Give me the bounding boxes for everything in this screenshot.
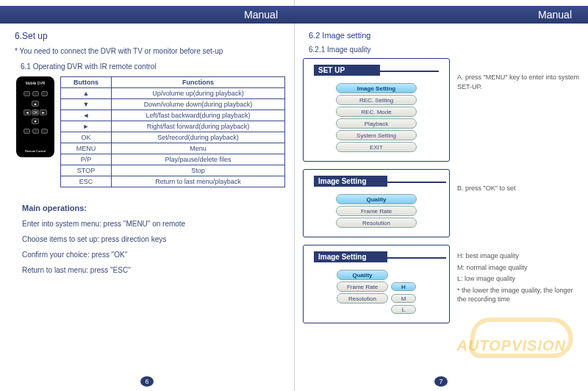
screen-image-setting-2: Image Setting QualityFrame RateHResoluti… [303, 245, 450, 323]
section-6-title: 6.Set up [15, 31, 285, 41]
header-bar: Manual [294, 6, 588, 24]
remote-btn [41, 129, 48, 134]
remote-btn [32, 129, 39, 134]
screen-setup: SET UP Image SettingREC. SettingREC. Mod… [303, 58, 450, 162]
remote-btn [41, 91, 48, 96]
ops-line: Enter into system menu: press "MENU" on … [22, 220, 285, 228]
option-value: L [391, 305, 416, 314]
screen-title: Image Setting [314, 251, 387, 262]
page-number: 7 [434, 376, 448, 387]
remote-brand: Mobile DVR [26, 81, 46, 85]
setup-note: * You need to connect the DVR with TV or… [15, 47, 285, 55]
header-bar: Manual [0, 6, 294, 24]
screen-title: SET UP [314, 65, 380, 76]
option-row: ResolutionM [337, 293, 416, 304]
table-cell: ▲ [61, 88, 112, 99]
menu-item: System Setting [336, 130, 417, 140]
option-label: Frame Rate [337, 281, 388, 292]
table-cell: STOP [61, 165, 112, 176]
remote-btn [24, 91, 30, 96]
table-cell: Menu [112, 143, 285, 154]
table-row: P/PPlay/pause/delete files [61, 154, 285, 165]
header-title: Manual [538, 9, 572, 21]
desc-line: L: low image quality [457, 274, 579, 284]
dpad-ok: OK [32, 110, 39, 115]
menu-item: Image Setting [336, 83, 417, 93]
table-cell: ► [61, 121, 112, 132]
desc-line: H: best image quality [457, 251, 579, 261]
menu-item: Playback [336, 118, 417, 129]
desc-line: M: normal image quality [457, 263, 579, 273]
menu-item: Frame Rate [336, 206, 417, 216]
remote-btn [24, 129, 30, 134]
remote-graphic: Mobile DVR ▲ ▼ ◄ ► OK Remote Control [16, 76, 54, 157]
menu-item: Quality [336, 194, 417, 204]
dpad-down-icon: ▼ [32, 118, 39, 124]
dpad-left-icon: ◄ [24, 110, 31, 115]
screen1-desc: A. press "MENU" key to enter into system… [457, 58, 579, 91]
page-right: Manual 6.2 Image setting 6.2.1 Image qua… [294, 0, 588, 391]
remote-footer: Remote Control [25, 149, 46, 153]
menu-item: REC. Setting [336, 95, 417, 105]
section-6-2-title: 6.2 Image setting [309, 31, 579, 40]
table-cell: Stop [112, 165, 285, 176]
main-ops-heading: Main operations: [22, 204, 285, 212]
remote-btn [32, 91, 39, 96]
table-cell: OK [61, 132, 112, 143]
section-6-2-1-title: 6.2.1 Image quality [309, 46, 579, 54]
table-row: STOPStop [61, 165, 285, 176]
watermark-text: AUTOPVISION [457, 337, 566, 354]
section-6-1-title: 6.1 Operating DVR with IR remote control [21, 62, 285, 71]
option-label: Quality [337, 270, 388, 280]
option-value: H [391, 282, 416, 291]
remote-dpad: ▲ ▼ ◄ ► OK [24, 101, 47, 124]
table-cell: Set/record(during playback) [112, 132, 285, 143]
ops-line: Return to last menu: press "ESC" [22, 266, 285, 274]
table-row: ▼Down/volume down(during playback) [61, 99, 285, 110]
menu-item: REC. Mode [336, 107, 417, 117]
table-row: ESCReturn to last menu/playback [61, 176, 285, 187]
table-cell: Left/fast backward(during playback) [112, 110, 285, 121]
screen-image-setting-1: Image Setting QualityFrame RateResolutio… [303, 169, 450, 237]
ops-line: Choose items to set up: press direction … [22, 235, 285, 243]
table-cell: Return to last menu/playback [112, 176, 285, 187]
option-row: L [337, 305, 416, 314]
menu-item: Resolution [336, 218, 417, 228]
table-cell: ◄ [61, 110, 112, 121]
buttons-table: Buttons Functions ▲Up/volume up(during p… [60, 76, 285, 187]
dpad-right-icon: ► [40, 110, 47, 115]
table-row: ▲Up/volume up(during playback) [61, 88, 285, 99]
option-row: Frame RateH [337, 281, 416, 292]
table-cell: Right/fast forward(during playback) [112, 121, 285, 132]
table-row: ►Right/fast forward(during playback) [61, 121, 285, 132]
table-cell: ▼ [61, 99, 112, 110]
screen3-desc: H: best image qualityM: normal image qua… [457, 245, 579, 306]
table-cell: Down/volume down(during playback) [112, 99, 285, 110]
menu-item: EXIT [336, 142, 417, 152]
th-functions: Functions [112, 77, 285, 88]
page-number: 6 [140, 376, 154, 387]
screen-title: Image Setting [314, 176, 387, 187]
option-label: Resolution [337, 293, 388, 304]
ops-line: Confirm your choice: press "OK" [22, 251, 285, 259]
option-row: Quality [337, 270, 416, 280]
desc-line: * the lower the image quality, the longe… [457, 286, 579, 304]
header-title: Manual [244, 9, 278, 21]
page-left: Manual 6.Set up * You need to connect th… [0, 0, 294, 391]
table-cell: P/P [61, 154, 112, 165]
th-buttons: Buttons [61, 77, 112, 88]
dpad-up-icon: ▲ [32, 101, 39, 107]
table-cell: MENU [61, 143, 112, 154]
table-row: ◄Left/fast backward(during playback) [61, 110, 285, 121]
table-row: MENUMenu [61, 143, 285, 154]
table-row: OKSet/record(during playback) [61, 132, 285, 143]
watermark-shape [467, 318, 576, 358]
screen2-desc: B. press "OK" to set [457, 169, 579, 193]
main-operations: Main operations: Enter into system menu:… [22, 204, 285, 274]
table-cell: ESC [61, 176, 112, 187]
table-cell: Play/pause/delete files [112, 154, 285, 165]
option-value: M [391, 294, 416, 303]
table-cell: Up/volume up(during playback) [112, 88, 285, 99]
